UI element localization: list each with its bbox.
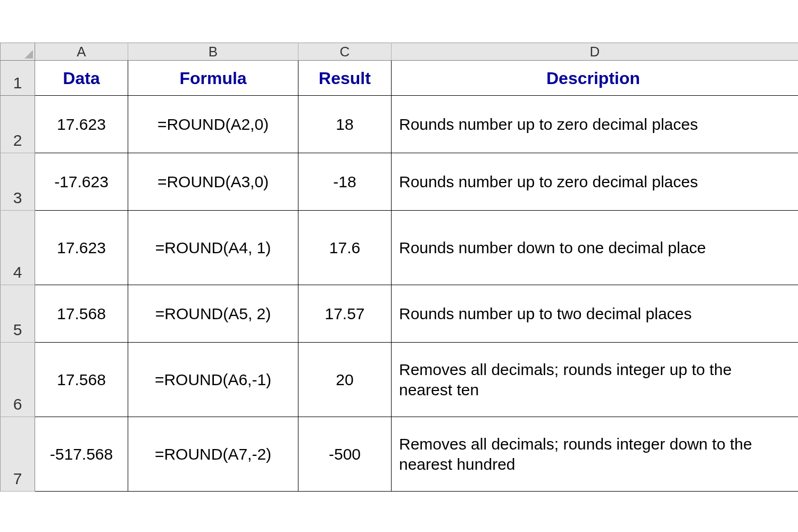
table-row: 3 -17.623 =ROUND(A3,0) -18 Rounds number… (1, 153, 799, 211)
cell-C6[interactable]: 20 (298, 343, 392, 417)
cell-B3[interactable]: =ROUND(A3,0) (128, 153, 298, 211)
row-header-1[interactable]: 1 (1, 61, 35, 96)
table-row: 6 17.568 =ROUND(A6,-1) 20 Removes all de… (1, 343, 799, 417)
column-header-A[interactable]: A (35, 43, 128, 61)
cell-A5[interactable]: 17.568 (35, 285, 128, 343)
column-header-C[interactable]: C (298, 43, 392, 61)
grid[interactable]: A B C D 1 Data Formula Result Descriptio… (0, 43, 798, 492)
cell-C2[interactable]: 18 (298, 96, 392, 153)
cell-B7[interactable]: =ROUND(A7,-2) (128, 417, 298, 492)
row-header-6[interactable]: 6 (1, 343, 35, 417)
cell-D5[interactable]: Rounds number up to two decimal places (392, 285, 799, 343)
table-row: 4 17.623 =ROUND(A4, 1) 17.6 Rounds numbe… (1, 211, 799, 285)
cell-B5[interactable]: =ROUND(A5, 2) (128, 285, 298, 343)
row-header-3[interactable]: 3 (1, 153, 35, 211)
cell-D2[interactable]: Rounds number up to zero decimal places (392, 96, 799, 153)
table-row: 1 Data Formula Result Description (1, 61, 799, 96)
select-all-corner[interactable] (1, 43, 35, 61)
row-header-7[interactable]: 7 (1, 417, 35, 492)
column-header-D[interactable]: D (392, 43, 799, 61)
cell-C4[interactable]: 17.6 (298, 211, 392, 285)
column-header-B[interactable]: B (128, 43, 298, 61)
cell-C5[interactable]: 17.57 (298, 285, 392, 343)
cell-C7[interactable]: -500 (298, 417, 392, 492)
table-row: 7 -517.568 =ROUND(A7,-2) -500 Removes al… (1, 417, 799, 492)
cell-A4[interactable]: 17.623 (35, 211, 128, 285)
row-header-4[interactable]: 4 (1, 211, 35, 285)
select-all-triangle-icon (24, 50, 33, 59)
cell-D3[interactable]: Rounds number up to zero decimal places (392, 153, 799, 211)
cell-B1[interactable]: Formula (128, 61, 298, 96)
cell-B2[interactable]: =ROUND(A2,0) (128, 96, 298, 153)
cell-A2[interactable]: 17.623 (35, 96, 128, 153)
cell-B4[interactable]: =ROUND(A4, 1) (128, 211, 298, 285)
cell-C1[interactable]: Result (298, 61, 392, 96)
svg-marker-0 (24, 50, 33, 59)
column-header-row: A B C D (1, 43, 799, 61)
cell-A7[interactable]: -517.568 (35, 417, 128, 492)
table-row: 2 17.623 =ROUND(A2,0) 18 Rounds number u… (1, 96, 799, 153)
row-header-5[interactable]: 5 (1, 285, 35, 343)
cell-A1[interactable]: Data (35, 61, 128, 96)
row-header-2[interactable]: 2 (1, 96, 35, 153)
cell-A6[interactable]: 17.568 (35, 343, 128, 417)
cell-C3[interactable]: -18 (298, 153, 392, 211)
table-row: 5 17.568 =ROUND(A5, 2) 17.57 Rounds numb… (1, 285, 799, 343)
cell-D7[interactable]: Removes all decimals; rounds integer dow… (392, 417, 799, 492)
cell-D6[interactable]: Removes all decimals; rounds integer up … (392, 343, 799, 417)
spreadsheet: A B C D 1 Data Formula Result Descriptio… (0, 43, 798, 492)
cell-B6[interactable]: =ROUND(A6,-1) (128, 343, 298, 417)
cell-D1[interactable]: Description (392, 61, 799, 96)
cell-A3[interactable]: -17.623 (35, 153, 128, 211)
cell-D4[interactable]: Rounds number down to one decimal place (392, 211, 799, 285)
